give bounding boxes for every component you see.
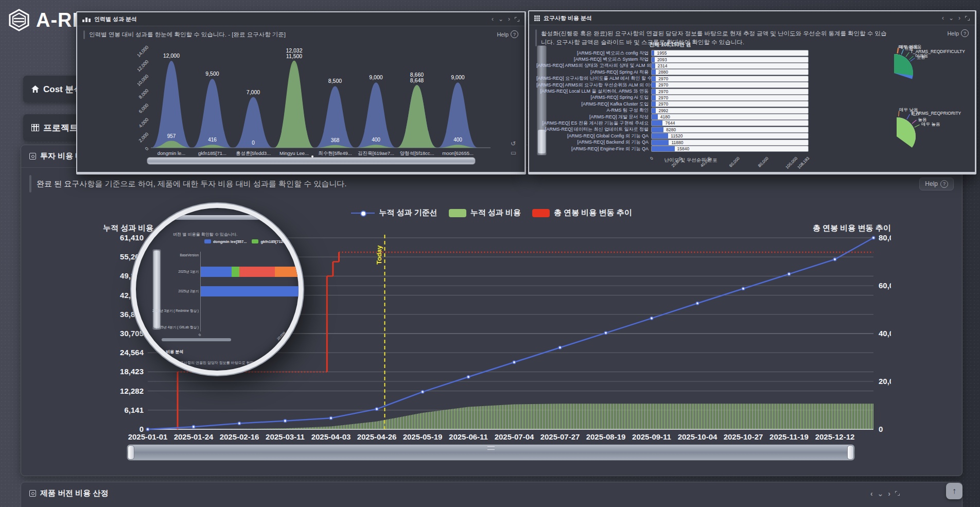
bell-peak-label: 8,648 [410, 77, 424, 83]
req-bar-value: 4180 [660, 114, 670, 119]
help-link[interactable]: Help ? [497, 30, 518, 38]
req-x-tick: 100,000 [784, 156, 798, 170]
req-bar-fill [652, 114, 658, 119]
left-axis-tick: 12,282 [120, 387, 144, 395]
req-bar-row: A-RMS 팀 구성 확인2992 [536, 108, 814, 114]
chart-range-slider[interactable] [127, 444, 855, 461]
req-bar-value: 2970 [658, 101, 668, 107]
reset-zoom-icon[interactable]: ↺ [511, 140, 516, 147]
chevron-down-icon[interactable]: ⌄ [949, 15, 954, 21]
bell-base-label: 400 [453, 137, 462, 143]
mini-bar-segment [275, 267, 303, 277]
investment-description-row: 완료 된 요구사항을 기준으로 하여, 제품에 대한 투자 비용 대비 성과를 … [29, 175, 954, 193]
req-bar-track[interactable]: 15840 [651, 146, 809, 152]
chevron-left-icon[interactable]: ‹ [870, 490, 873, 497]
req-bar-fill [652, 89, 656, 94]
req-bar-label: [ARMS-REQ] 백오피스 config 작업 [536, 50, 651, 57]
baseline-marker [558, 346, 562, 349]
baseline-marker [238, 422, 241, 425]
right-axis-tick: 0 [879, 425, 883, 433]
chevron-right-icon[interactable]: › [888, 490, 890, 497]
fullscreen-icon[interactable] [895, 491, 900, 496]
perf-cost-area [148, 404, 873, 429]
fullscreen-icon[interactable] [965, 16, 970, 21]
chevron-left-icon[interactable]: ‹ [942, 15, 944, 21]
baseline-marker [284, 419, 287, 423]
people-chart-scrollbar[interactable] [147, 157, 476, 165]
req-bar-fill [652, 101, 656, 107]
req-x-tick: 60,000 [728, 156, 741, 168]
a-rms-logo-icon [7, 8, 31, 32]
chevron-down-icon[interactable]: ⌄ [498, 16, 503, 22]
req-bar-track[interactable]: 11520 [651, 133, 809, 139]
people-bell-chart: 02,0004,0006,0008,00010,00012,00014,0001… [137, 40, 493, 161]
chevron-down-icon[interactable]: ⌄ [878, 490, 884, 497]
req-bar-value: 2970 [658, 82, 668, 88]
chevron-right-icon[interactable]: › [508, 16, 510, 22]
date-tick: 2025-01-24 [174, 432, 214, 441]
line-marker-icon [351, 213, 375, 214]
bell-peak-label: 11,500 [286, 53, 302, 59]
req-bar-label: [ARMS-REQ] Local LLM 을 설치하여, ARMS 와 연동 [536, 88, 651, 95]
pie-slice[interactable] [894, 54, 913, 76]
req-bar-value: 1955 [657, 50, 667, 56]
bell-peak-label: 8,500 [328, 78, 342, 84]
baseline-marker [872, 236, 875, 239]
right-axis-tick: 80,000 [879, 233, 891, 242]
chart-icon [82, 16, 91, 22]
box-select-icon[interactable]: ▭ [511, 149, 516, 156]
pie-slice[interactable] [897, 117, 916, 148]
legend-item-baseline: 누적 성과 기준선 [351, 208, 437, 218]
req-bar-track[interactable]: 2992 [651, 108, 809, 114]
req-bar-track[interactable]: 8280 [651, 127, 809, 133]
req-bar-label: [ARMS-REQ] 요구사항의 난이도를 ALM 에서 확인 할 수 없어서.… [536, 75, 651, 82]
baseline-marker [421, 391, 424, 394]
req-bar-track[interactable]: 2970 [651, 76, 809, 82]
req-bar-value: 2880 [658, 69, 668, 75]
chevron-right-icon[interactable]: › [958, 15, 960, 21]
date-tick: 2025-11-19 [769, 432, 809, 441]
req-bar-track[interactable]: 2970 [651, 89, 809, 95]
arrow-up-icon: ↑ [952, 486, 956, 496]
baseline-marker [742, 287, 745, 290]
req-bar-track[interactable]: 11880 [651, 139, 809, 146]
req-bar-track[interactable]: 7644 [651, 120, 809, 126]
legend-swatch [204, 239, 211, 243]
req-bar-row: [ARMS-REQ] Kafka Cluster 도입2970 [536, 101, 814, 107]
date-tick: 2025-05-19 [403, 432, 443, 441]
help-button[interactable]: Help ? [919, 178, 954, 190]
bell-x-label: dongmin le... [157, 150, 185, 156]
scroll-to-top-button[interactable]: ↑ [946, 483, 962, 499]
req-total-title: 전체 108,193만 원 [593, 41, 747, 48]
mini-stacked-bar-1 [201, 267, 303, 277]
slider-right-handle[interactable] [847, 445, 854, 460]
date-tick: 2025-02-16 [220, 432, 259, 441]
mini-bar-segment [201, 267, 232, 277]
left-axis-tick: 30,705 [120, 329, 144, 338]
people-panel-controls: ‹ ⌄ › [492, 16, 519, 22]
req-bar-track[interactable]: 2970 [651, 82, 809, 88]
req-bar-track[interactable]: 2314 [651, 63, 809, 69]
bell-x-label: 김진욱[619ae7... [358, 150, 394, 156]
req-bar-value: 2992 [658, 108, 668, 113]
req-bar-track[interactable]: 2970 [651, 95, 809, 101]
req-bar-row: [ARMS-REQ] ARMS의 요구사항 우선순위와 ALM 의 이슈 우선순… [536, 82, 814, 88]
req-bar-track[interactable]: 2970 [651, 101, 809, 107]
fullscreen-icon[interactable] [515, 17, 519, 22]
req-bar-track[interactable]: 2093 [651, 57, 809, 63]
magnifier-overlay[interactable]: 버전 별 비용을 확인할 수 있습니다. dongmin lee[557...g… [131, 203, 303, 375]
req-bar-fill [652, 69, 656, 75]
req-bar-row: [ARMS-REQ] Global Config 의 기능 QA11520 [536, 133, 814, 139]
panel-people-performance: 인력별 성과 분석 ‹ ⌄ › 인력별 연봉 대비 성과를 한눈에 확인할 수 … [76, 11, 526, 174]
legend-item-salary-trend: 총 연봉 비용 변동 추이 [532, 208, 632, 218]
req-bar-track[interactable]: 2880 [651, 69, 809, 75]
left-axis-tick: 61,410 [120, 233, 144, 242]
bell-x-label: Mingyu Lee... [279, 150, 309, 156]
chevron-left-icon[interactable]: ‹ [492, 16, 494, 22]
req-bar-track[interactable]: 1955 [651, 50, 809, 56]
bell-x-label: 홍성훈[5fedd3... [236, 150, 271, 156]
slider-left-handle[interactable] [128, 445, 134, 460]
req-bar-fill [652, 63, 655, 68]
date-tick: 2025-04-03 [311, 432, 351, 441]
req-bar-track[interactable]: 4180 [651, 114, 809, 120]
